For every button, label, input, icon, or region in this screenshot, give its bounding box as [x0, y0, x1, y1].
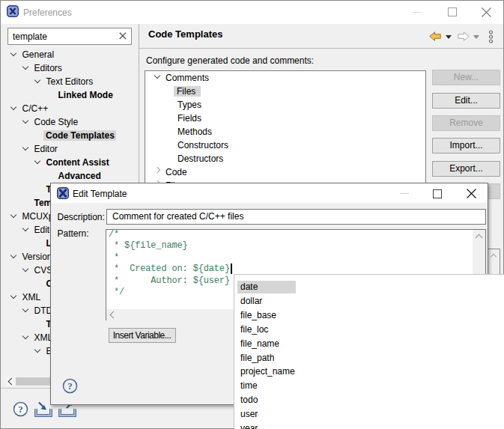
- svg-text:?: ?: [67, 380, 73, 392]
- svg-text:?: ?: [18, 404, 23, 415]
